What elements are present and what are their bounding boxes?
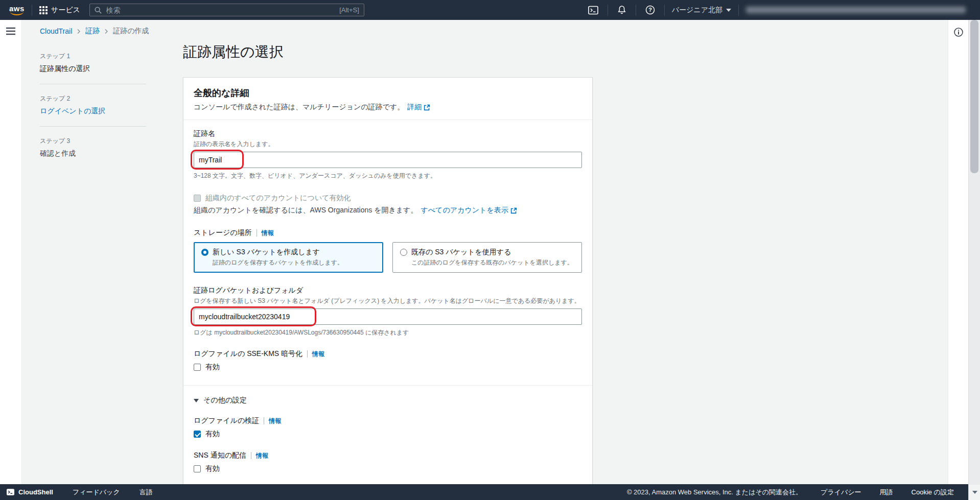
sns-info-link[interactable]: 情報 [256, 451, 268, 460]
search-input[interactable] [105, 6, 336, 15]
cloudshell-icon[interactable] [586, 6, 600, 15]
show-all-accounts-label: すべてのアカウントを表示 [421, 206, 508, 215]
aws-logo-smile-icon [10, 11, 24, 15]
bucket-name-input[interactable] [194, 308, 582, 325]
sns-checkbox-label: 有効 [205, 464, 220, 473]
feedback-link[interactable]: フィードバック [73, 488, 120, 497]
nav-right-group: ? バージニア北部 [586, 5, 966, 16]
services-menu-button[interactable]: サービス [39, 6, 80, 15]
bucket-label: 証跡ログバケットおよびフォルダ [194, 286, 582, 295]
radio-selected-icon [201, 249, 208, 256]
cookie-settings-link[interactable]: Cookie の設定 [912, 488, 954, 497]
aws-logo[interactable]: aws [9, 5, 25, 15]
region-label: バージニア北部 [672, 6, 722, 15]
search-icon [95, 7, 102, 14]
wizard-content: 証跡属性の選択 全般的な詳細 コンソールで作成された証跡は、マルチリージョンの証… [183, 42, 593, 484]
trail-name-label: 証跡名 [194, 129, 582, 138]
radio-card-existing-bucket[interactable]: 既存の S3 バケットを使用する この証跡のログを保存する既存のバケットを選択し… [392, 242, 582, 273]
chevron-down-icon [726, 9, 731, 12]
breadcrumb-current: 証跡の作成 [113, 27, 149, 36]
trail-name-field: 証跡名 証跡の表示名を入力します。 3~128 文字。文字、数字、ピリオド、アン… [194, 129, 582, 180]
step-2-label: ステップ 2 [40, 94, 146, 103]
storage-location-label: ストレージの場所 [194, 228, 252, 237]
help-icon[interactable]: ? [643, 5, 657, 15]
terms-link[interactable]: 用語 [880, 488, 893, 497]
cloudshell-button[interactable]: CloudShell [6, 488, 53, 496]
storage-info-link[interactable]: 情報 [262, 229, 274, 237]
step-1-label: ステップ 1 [40, 52, 146, 61]
additional-settings-title: その他の設定 [203, 396, 247, 405]
step-divider [40, 84, 146, 84]
external-link-icon [424, 104, 430, 111]
svg-text:?: ? [648, 7, 652, 13]
new-bucket-title: 新しい S3 バケットを作成します [213, 248, 320, 257]
sns-field: SNS 通知の配信 情報 有効 [194, 451, 582, 473]
organization-checkbox [194, 195, 201, 202]
general-details-description: コンソールで作成された証跡は、マルチリージョンの証跡です。 [194, 103, 404, 112]
general-details-header: 全般的な詳細 コンソールで作成された証跡は、マルチリージョンの証跡です。 詳細 [183, 78, 592, 120]
sse-kms-field: ログファイルの SSE-KMS 暗号化 情報 有効 [194, 349, 582, 372]
wizard-step-2: ステップ 2 ログイベントの選択 [40, 94, 146, 116]
bucket-field: 証跡ログバケットおよびフォルダ ログを保存する新しい S3 バケット名とフォルダ… [194, 286, 582, 337]
trail-name-constraint: 3~128 文字。文字、数字、ピリオド、アンダースコア、ダッシュのみを使用できま… [194, 172, 582, 180]
general-details-body: 証跡名 証跡の表示名を入力します。 3~128 文字。文字、数字、ピリオド、アン… [183, 120, 592, 484]
additional-settings-expander[interactable]: その他の設定 [194, 396, 582, 405]
top-navigation-bar: aws サービス [Alt+S] [0, 0, 980, 20]
nav-divider [738, 5, 739, 16]
left-collapsed-sidebar [0, 20, 22, 484]
privacy-link[interactable]: プライバシー [821, 488, 861, 497]
step-3-title: 確認と作成 [40, 149, 146, 158]
learn-more-link[interactable]: 詳細 [407, 103, 430, 112]
sse-kms-checkbox[interactable] [194, 364, 201, 371]
existing-bucket-description: この証跡のログを保存する既存のバケットを選択します。 [411, 258, 574, 267]
account-menu-redacted[interactable] [746, 7, 966, 13]
radio-unselected-icon [400, 249, 407, 256]
cloudshell-terminal-icon [6, 488, 15, 496]
global-search-box[interactable]: [Alt+S] [89, 4, 364, 16]
breadcrumb: CloudTrail 証跡 証跡の作成 [40, 27, 168, 36]
info-panel-icon[interactable] [953, 27, 964, 37]
scrollbar-thumb[interactable] [970, 20, 978, 173]
label-separator [307, 350, 308, 358]
existing-bucket-title: 既存の S3 バケットを使用する [411, 248, 511, 257]
general-details-card: 全般的な詳細 コンソールで作成された証跡は、マルチリージョンの証跡です。 詳細 [183, 77, 593, 484]
main-content-area: CloudTrail 証跡 証跡の作成 ステップ 1 証跡属性の選択 ステップ … [22, 20, 948, 484]
cloudshell-label: CloudShell [18, 488, 53, 496]
log-validation-checkbox[interactable] [194, 431, 201, 438]
breadcrumb-cloudtrail[interactable]: CloudTrail [40, 27, 72, 35]
log-validation-checkbox-label: 有効 [205, 430, 220, 439]
learn-more-label: 詳細 [407, 103, 422, 112]
sse-kms-checkbox-label: 有効 [205, 363, 220, 372]
scrollbar-down-button[interactable] [969, 485, 980, 500]
wizard-step-3: ステップ 3 確認と作成 [40, 137, 146, 158]
page-title: 証跡属性の選択 [183, 42, 593, 62]
wizard-steps-nav: ステップ 1 証跡属性の選択 ステップ 2 ログイベントの選択 ステップ 3 確… [40, 52, 146, 158]
external-link-icon [510, 207, 517, 214]
bucket-description: ログを保存する新しい S3 バケット名とフォルダ (プレフィックス) を入力しま… [194, 297, 582, 305]
nav-divider [608, 5, 608, 16]
storage-location-field: ストレージの場所 情報 新しい S3 バケットを作成します 証跡のログを保存する… [194, 228, 582, 273]
sse-kms-label: ログファイルの SSE-KMS 暗号化 [194, 349, 302, 359]
region-selector[interactable]: バージニア北部 [672, 6, 731, 15]
left-column: CloudTrail 証跡 証跡の作成 ステップ 1 証跡属性の選択 ステップ … [40, 27, 168, 158]
trail-name-input[interactable] [194, 152, 582, 168]
language-link[interactable]: 言語 [139, 488, 153, 497]
show-all-accounts-link[interactable]: すべてのアカウントを表示 [421, 206, 517, 215]
nav-divider [664, 5, 665, 16]
step-2-title[interactable]: ログイベントの選択 [40, 107, 146, 116]
notifications-bell-icon[interactable] [615, 5, 628, 15]
arrow-down-icon [972, 491, 977, 494]
vertical-scrollbar[interactable] [968, 20, 980, 500]
hamburger-menu-icon[interactable] [6, 27, 16, 35]
sse-kms-info-link[interactable]: 情報 [312, 350, 324, 359]
bucket-hint: ログは mycloudtrailbucket20230419/AWSLogs/7… [194, 328, 582, 337]
radio-card-new-bucket[interactable]: 新しい S3 バケットを作成します 証跡のログを保存するバケットを作成します。 [194, 242, 383, 273]
organization-description: 組織のアカウントを確認するには、AWS Organizations を開きます。 [194, 206, 417, 215]
breadcrumb-trails[interactable]: 証跡 [85, 27, 100, 36]
sns-checkbox[interactable] [194, 465, 201, 472]
card-divider [183, 385, 592, 386]
step-divider [40, 126, 146, 127]
label-separator [251, 452, 251, 459]
log-validation-info-link[interactable]: 情報 [269, 417, 281, 425]
organization-checkbox-label: 組織内のすべてのアカウントについて有効化 [205, 194, 351, 203]
